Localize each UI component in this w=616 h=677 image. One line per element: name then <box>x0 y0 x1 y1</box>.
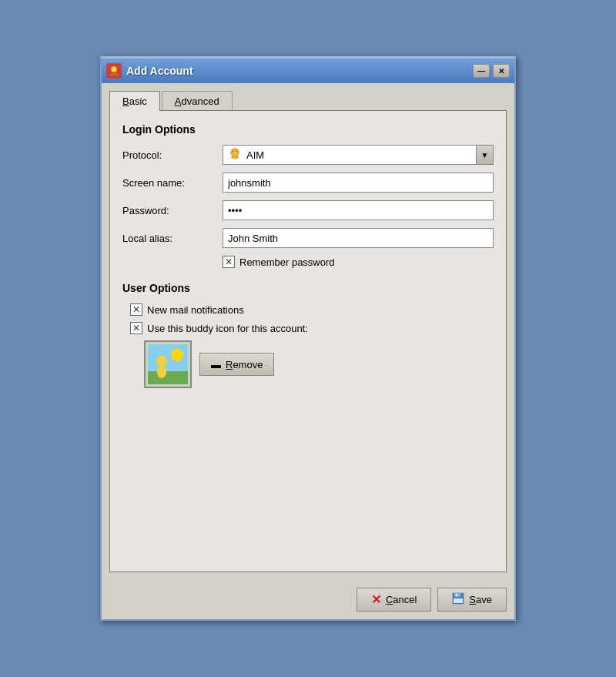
cancel-label: Cancel <box>386 594 417 605</box>
window-icon <box>106 63 122 79</box>
window-title: Add Account <box>126 65 193 77</box>
buddy-icon-checkbox[interactable]: ✕ <box>130 322 142 334</box>
svg-point-2 <box>233 150 234 152</box>
titlebar: Add Account — ✕ <box>102 59 514 83</box>
tab-basic-label: Basic <box>122 96 147 107</box>
svg-point-3 <box>236 150 237 152</box>
buddy-icon-frame[interactable] <box>144 340 192 388</box>
minimize-button[interactable]: — <box>473 64 490 78</box>
tabs-container: Basic Advanced <box>109 91 507 110</box>
screen-name-label: Screen name: <box>122 177 223 189</box>
save-button[interactable]: Save <box>437 588 507 612</box>
window-content: Basic Advanced Login Options Protocol: <box>102 83 514 580</box>
password-input[interactable] <box>223 200 494 220</box>
add-account-window: Add Account — ✕ Basic Advanced Login Opt… <box>100 56 516 621</box>
bottom-buttons: ✕ Cancel Save <box>102 580 514 619</box>
user-options-section: User Options ✕ New mail notifications ✕ … <box>122 282 494 388</box>
login-options-heading: Login Options <box>122 123 494 136</box>
save-icon <box>452 592 464 607</box>
local-alias-label: Local alias: <box>122 233 223 244</box>
cancel-button[interactable]: ✕ Cancel <box>357 588 431 612</box>
remember-password-row: ✕ Remember password <box>223 256 494 268</box>
titlebar-left: Add Account <box>106 63 193 79</box>
user-options-heading: User Options <box>122 282 494 294</box>
new-mail-label: New mail notifications <box>147 304 244 316</box>
svg-rect-12 <box>454 598 463 603</box>
remove-icon: ▬ <box>211 359 221 370</box>
tab-basic[interactable]: Basic <box>109 91 160 111</box>
remove-label: Remove <box>226 359 263 370</box>
cancel-icon: ✕ <box>371 592 381 607</box>
svg-point-0 <box>111 66 117 72</box>
buddy-icon-area: ▬ Remove <box>144 340 494 388</box>
titlebar-buttons: — ✕ <box>473 64 510 78</box>
screen-name-input[interactable] <box>223 173 494 193</box>
tab-content-basic: Login Options Protocol: <box>109 110 507 572</box>
protocol-value: AIM <box>246 149 264 161</box>
close-button[interactable]: ✕ <box>493 64 510 78</box>
protocol-dropdown-arrow[interactable]: ▼ <box>477 145 494 165</box>
protocol-group: Protocol: AIM ▼ <box>122 145 494 165</box>
svg-point-1 <box>231 149 239 156</box>
local-alias-input[interactable] <box>223 228 494 248</box>
protocol-label: Protocol: <box>122 149 223 161</box>
remember-password-label: Remember password <box>239 256 335 268</box>
svg-point-5 <box>171 349 183 361</box>
protocol-dropdown-wrapper: AIM ▼ <box>223 145 494 165</box>
buddy-icon-label: Use this buddy icon for this account: <box>147 323 308 334</box>
new-mail-row: ✕ New mail notifications <box>130 303 494 316</box>
password-group: Password: <box>122 200 494 220</box>
svg-point-8 <box>157 366 166 378</box>
new-mail-checkbox[interactable]: ✕ <box>130 303 142 316</box>
save-label: Save <box>469 594 492 605</box>
remember-password-checkbox[interactable]: ✕ <box>223 256 235 268</box>
screen-name-group: Screen name: <box>122 173 494 193</box>
password-label: Password: <box>122 205 223 216</box>
buddy-icon-row: ✕ Use this buddy icon for this account: <box>130 322 494 334</box>
tab-advanced[interactable]: Advanced <box>162 91 233 110</box>
remove-button[interactable]: ▬ Remove <box>199 353 274 376</box>
local-alias-group: Local alias: <box>122 228 494 248</box>
aim-icon <box>228 147 242 163</box>
svg-rect-6 <box>148 371 188 384</box>
tab-advanced-label: Advanced <box>175 96 219 107</box>
svg-rect-11 <box>456 594 457 597</box>
protocol-select[interactable]: AIM <box>223 145 477 165</box>
svg-point-7 <box>156 356 167 367</box>
